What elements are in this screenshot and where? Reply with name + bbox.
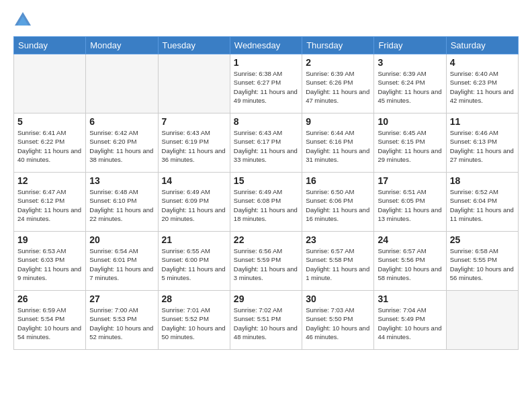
day-number: 2 [306,57,370,68]
day-cell: 9Sunrise: 6:44 AM Sunset: 6:16 PM Daylig… [302,113,374,173]
day-cell: 5Sunrise: 6:41 AM Sunset: 6:22 PM Daylig… [14,113,86,173]
day-number: 3 [378,57,442,68]
day-info: Sunrise: 7:01 AM Sunset: 5:52 PM Dayligh… [162,306,226,341]
day-cell: 10Sunrise: 6:45 AM Sunset: 6:15 PM Dayli… [374,113,446,173]
weekday-header-friday: Friday [374,37,446,54]
day-cell: 6Sunrise: 6:42 AM Sunset: 6:20 PM Daylig… [86,113,158,173]
day-info: Sunrise: 6:38 AM Sunset: 6:27 PM Dayligh… [234,69,298,105]
day-number: 25 [450,234,515,245]
day-cell [158,54,230,113]
header [13,11,519,30]
day-cell [14,54,86,113]
day-number: 24 [378,234,442,245]
day-number: 19 [17,234,82,245]
day-number: 9 [306,116,370,127]
day-number: 5 [17,116,82,127]
day-info: Sunrise: 6:54 AM Sunset: 6:01 PM Dayligh… [89,246,154,282]
day-cell: 2Sunrise: 6:39 AM Sunset: 6:26 PM Daylig… [302,54,374,113]
day-number: 20 [89,234,154,245]
day-info: Sunrise: 6:39 AM Sunset: 6:26 PM Dayligh… [306,69,370,105]
week-row-4: 19Sunrise: 6:53 AM Sunset: 6:03 PM Dayli… [14,232,519,291]
weekday-header-monday: Monday [86,37,158,54]
day-info: Sunrise: 6:57 AM Sunset: 5:58 PM Dayligh… [306,246,370,282]
day-cell: 1Sunrise: 6:38 AM Sunset: 6:27 PM Daylig… [230,54,302,113]
day-cell: 27Sunrise: 7:00 AM Sunset: 5:53 PM Dayli… [86,291,158,350]
day-cell: 22Sunrise: 6:56 AM Sunset: 5:59 PM Dayli… [230,232,302,291]
day-number: 8 [234,116,298,127]
day-info: Sunrise: 7:03 AM Sunset: 5:50 PM Dayligh… [306,306,370,341]
logo-icon [13,11,32,30]
day-cell: 24Sunrise: 6:57 AM Sunset: 5:56 PM Dayli… [374,232,446,291]
day-cell [446,291,518,350]
day-info: Sunrise: 6:44 AM Sunset: 6:16 PM Dayligh… [306,128,370,164]
day-cell: 17Sunrise: 6:51 AM Sunset: 6:05 PM Dayli… [374,173,446,232]
day-cell: 4Sunrise: 6:40 AM Sunset: 6:23 PM Daylig… [446,54,518,113]
day-info: Sunrise: 6:49 AM Sunset: 6:08 PM Dayligh… [234,187,298,223]
week-row-2: 5Sunrise: 6:41 AM Sunset: 6:22 PM Daylig… [14,113,519,173]
day-cell: 29Sunrise: 7:02 AM Sunset: 5:51 PM Dayli… [230,291,302,350]
day-info: Sunrise: 6:42 AM Sunset: 6:20 PM Dayligh… [89,128,154,164]
weekday-header-tuesday: Tuesday [158,37,230,54]
day-number: 14 [162,175,226,186]
day-info: Sunrise: 6:52 AM Sunset: 6:04 PM Dayligh… [450,187,515,223]
day-number: 13 [89,175,154,186]
day-number: 27 [89,293,154,304]
day-cell: 11Sunrise: 6:46 AM Sunset: 6:13 PM Dayli… [446,113,518,173]
day-cell: 28Sunrise: 7:01 AM Sunset: 5:52 PM Dayli… [158,291,230,350]
day-info: Sunrise: 7:04 AM Sunset: 5:49 PM Dayligh… [378,306,442,341]
day-cell: 3Sunrise: 6:39 AM Sunset: 6:24 PM Daylig… [374,54,446,113]
day-info: Sunrise: 6:39 AM Sunset: 6:24 PM Dayligh… [378,69,442,105]
day-number: 12 [17,175,82,186]
day-number: 30 [306,293,370,304]
day-cell: 20Sunrise: 6:54 AM Sunset: 6:01 PM Dayli… [86,232,158,291]
day-info: Sunrise: 6:59 AM Sunset: 5:54 PM Dayligh… [17,306,82,341]
day-number: 28 [162,293,226,304]
weekday-header-thursday: Thursday [302,37,374,54]
day-cell: 8Sunrise: 6:43 AM Sunset: 6:17 PM Daylig… [230,113,302,173]
day-number: 16 [306,175,370,186]
day-number: 21 [162,234,226,245]
weekday-header-saturday: Saturday [446,37,518,54]
day-number: 7 [162,116,226,127]
day-cell: 19Sunrise: 6:53 AM Sunset: 6:03 PM Dayli… [14,232,86,291]
day-info: Sunrise: 6:45 AM Sunset: 6:15 PM Dayligh… [378,128,442,164]
week-row-1: 1Sunrise: 6:38 AM Sunset: 6:27 PM Daylig… [14,54,519,113]
logo [13,11,35,30]
day-number: 17 [378,175,442,186]
weekday-header-sunday: Sunday [14,37,86,54]
calendar-table: SundayMondayTuesdayWednesdayThursdayFrid… [13,36,519,350]
day-info: Sunrise: 6:57 AM Sunset: 5:56 PM Dayligh… [378,246,442,282]
day-info: Sunrise: 6:47 AM Sunset: 6:12 PM Dayligh… [17,187,82,223]
calendar-page: SundayMondayTuesdayWednesdayThursdayFrid… [0,0,532,411]
day-cell: 31Sunrise: 7:04 AM Sunset: 5:49 PM Dayli… [374,291,446,350]
day-number: 4 [450,57,515,68]
day-info: Sunrise: 6:41 AM Sunset: 6:22 PM Dayligh… [17,128,82,164]
day-number: 23 [306,234,370,245]
day-cell: 13Sunrise: 6:48 AM Sunset: 6:10 PM Dayli… [86,173,158,232]
day-cell: 21Sunrise: 6:55 AM Sunset: 6:00 PM Dayli… [158,232,230,291]
day-cell [86,54,158,113]
day-cell: 18Sunrise: 6:52 AM Sunset: 6:04 PM Dayli… [446,173,518,232]
day-number: 18 [450,175,515,186]
day-info: Sunrise: 7:02 AM Sunset: 5:51 PM Dayligh… [234,306,298,341]
day-info: Sunrise: 6:53 AM Sunset: 6:03 PM Dayligh… [17,246,82,282]
day-info: Sunrise: 6:55 AM Sunset: 6:00 PM Dayligh… [162,246,226,282]
day-number: 29 [234,293,298,304]
day-number: 6 [89,116,154,127]
weekday-header-wednesday: Wednesday [230,37,302,54]
day-number: 22 [234,234,298,245]
week-row-3: 12Sunrise: 6:47 AM Sunset: 6:12 PM Dayli… [14,173,519,232]
day-info: Sunrise: 6:58 AM Sunset: 5:55 PM Dayligh… [450,246,515,282]
day-cell: 16Sunrise: 6:50 AM Sunset: 6:06 PM Dayli… [302,173,374,232]
day-info: Sunrise: 7:00 AM Sunset: 5:53 PM Dayligh… [89,306,154,341]
day-cell: 12Sunrise: 6:47 AM Sunset: 6:12 PM Dayli… [14,173,86,232]
day-info: Sunrise: 6:49 AM Sunset: 6:09 PM Dayligh… [162,187,226,223]
day-number: 10 [378,116,442,127]
day-info: Sunrise: 6:50 AM Sunset: 6:06 PM Dayligh… [306,187,370,223]
day-cell: 7Sunrise: 6:43 AM Sunset: 6:19 PM Daylig… [158,113,230,173]
day-info: Sunrise: 6:56 AM Sunset: 5:59 PM Dayligh… [234,246,298,282]
weekday-header-row: SundayMondayTuesdayWednesdayThursdayFrid… [14,37,519,54]
day-cell: 30Sunrise: 7:03 AM Sunset: 5:50 PM Dayli… [302,291,374,350]
day-info: Sunrise: 6:40 AM Sunset: 6:23 PM Dayligh… [450,69,515,105]
day-number: 11 [450,116,515,127]
